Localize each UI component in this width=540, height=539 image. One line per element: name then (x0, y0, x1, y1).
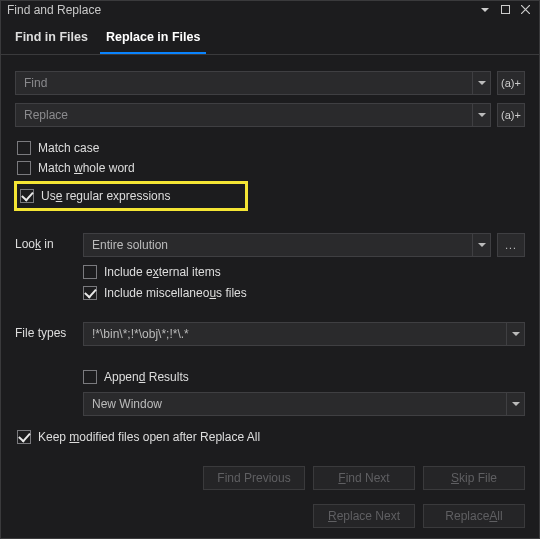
window-title: Find and Replace (7, 3, 473, 17)
whole-word-checkbox[interactable]: Match whole word (17, 161, 525, 175)
tab-find-in-files[interactable]: Find in Files (9, 24, 94, 54)
replace-next-button[interactable]: Replace Next (313, 504, 415, 528)
chevron-down-icon (472, 234, 490, 256)
find-input-wrap (15, 71, 491, 95)
replace-all-button[interactable]: Replace All (423, 504, 525, 528)
external-items-checkbox[interactable]: Include external items (83, 265, 525, 279)
misc-files-label: Include miscellaneous files (104, 286, 247, 300)
results-window-dropdown[interactable]: New Window (83, 392, 525, 416)
find-expr-button[interactable]: (a)+ (497, 71, 525, 95)
chevron-down-icon (506, 393, 524, 415)
button-row-1: Find Previous Find Next Skip File (15, 466, 525, 490)
find-input[interactable] (16, 76, 472, 90)
look-in-section: Look in Entire solution ... Include exte… (15, 233, 525, 300)
append-results-label: Append Results (104, 370, 189, 384)
file-types-value: !*\bin\*;!*\obj\*;!*\.* (84, 327, 506, 341)
close-icon[interactable] (517, 2, 533, 18)
checkbox-box (17, 141, 31, 155)
checkbox-box (20, 189, 34, 203)
chevron-down-icon (506, 323, 524, 345)
external-items-label: Include external items (104, 265, 221, 279)
match-case-checkbox[interactable]: Match case (17, 141, 525, 155)
checkbox-box (83, 265, 97, 279)
titlebar: Find and Replace (1, 1, 539, 18)
tab-bar: Find in Files Replace in Files (1, 18, 539, 55)
checkbox-box (17, 430, 31, 444)
button-row-2: Replace Next Replace All (15, 504, 525, 528)
look-in-dropdown[interactable]: Entire solution (83, 233, 491, 257)
options-group: Match case Match whole word Use regular … (17, 141, 525, 211)
checkbox-box (17, 161, 31, 175)
maximize-icon[interactable] (497, 2, 513, 18)
regex-checkbox[interactable]: Use regular expressions (20, 189, 237, 203)
misc-files-checkbox[interactable]: Include miscellaneous files (83, 286, 525, 300)
keep-open-checkbox[interactable]: Keep modified files open after Replace A… (17, 430, 525, 444)
find-replace-window: Find and Replace Find in Files Replace i… (0, 0, 540, 539)
skip-file-button[interactable]: Skip File (423, 466, 525, 490)
svg-rect-0 (501, 6, 509, 14)
file-types-label: File types (15, 322, 71, 340)
find-row: (a)+ (15, 71, 525, 95)
find-next-button[interactable]: Find Next (313, 466, 415, 490)
append-results-checkbox[interactable]: Append Results (83, 370, 525, 384)
look-in-label: Look in (15, 233, 71, 251)
whole-word-label: Match whole word (38, 161, 135, 175)
checkbox-box (83, 286, 97, 300)
panel-body: (a)+ (a)+ Match case Match whole word (1, 55, 539, 538)
tab-replace-in-files[interactable]: Replace in Files (100, 24, 206, 54)
file-types-section: File types !*\bin\*;!*\obj\*;!*\.* Appen… (15, 322, 525, 416)
match-case-label: Match case (38, 141, 99, 155)
keep-open-label: Keep modified files open after Replace A… (38, 430, 260, 444)
replace-input[interactable] (16, 108, 472, 122)
find-history-dropdown[interactable] (472, 72, 490, 94)
regex-highlight: Use regular expressions (14, 181, 248, 211)
look-in-value: Entire solution (84, 238, 472, 252)
replace-expr-button[interactable]: (a)+ (497, 103, 525, 127)
checkbox-box (83, 370, 97, 384)
replace-input-wrap (15, 103, 491, 127)
results-window-value: New Window (84, 397, 506, 411)
regex-label: Use regular expressions (41, 189, 170, 203)
find-previous-button[interactable]: Find Previous (203, 466, 305, 490)
file-types-input[interactable]: !*\bin\*;!*\obj\*;!*\.* (83, 322, 525, 346)
replace-row: (a)+ (15, 103, 525, 127)
browse-button[interactable]: ... (497, 233, 525, 257)
replace-history-dropdown[interactable] (472, 104, 490, 126)
dropdown-icon[interactable] (477, 2, 493, 18)
